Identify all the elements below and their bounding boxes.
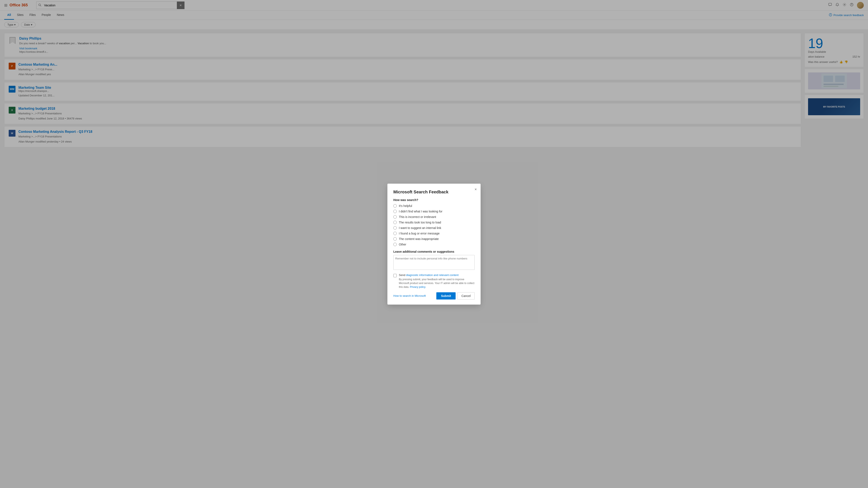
diagnostic-description: By pressing submit, your feedback will b… (399, 277, 475, 289)
diagnostic-link[interactable]: diagnostic information and relevant cont… (406, 273, 459, 277)
modal-buttons: Submit Cancel (436, 292, 475, 300)
diagnostic-row: Send diagnostic information and relevant… (393, 273, 475, 289)
radio-helpful[interactable] (393, 204, 397, 208)
modal-footer: How to search in Microsoft Submit Cancel (393, 292, 475, 300)
option-other[interactable]: Other (393, 243, 475, 246)
radio-inappropriate[interactable] (393, 237, 397, 241)
radio-incorrect[interactable] (393, 215, 397, 219)
how-to-search-link[interactable]: How to search in Microsoft (393, 294, 426, 297)
feedback-options-group: It's helpful I didn't find what I was lo… (393, 204, 475, 246)
diagnostic-checkbox[interactable] (393, 274, 397, 277)
how-was-search-heading: How was search? (393, 198, 475, 202)
modal-close-button[interactable]: × (474, 187, 477, 191)
comments-textarea[interactable] (393, 255, 475, 270)
modal-overlay[interactable]: × Microsoft Search Feedback How was sear… (0, 0, 868, 488)
comments-section: Leave additional comments or suggestions (393, 250, 475, 271)
option-incorrect[interactable]: This is incorrect or irrelevant (393, 215, 475, 219)
option-helpful[interactable]: It's helpful (393, 204, 475, 208)
feedback-modal: × Microsoft Search Feedback How was sear… (388, 184, 480, 305)
option-bug[interactable]: I found a bug or error message (393, 232, 475, 235)
modal-title: Microsoft Search Feedback (393, 189, 475, 194)
option-too-long[interactable]: The results took too long to load (393, 221, 475, 224)
submit-button[interactable]: Submit (436, 292, 456, 300)
option-suggest-link[interactable]: I want to suggest an internal link (393, 226, 475, 230)
radio-suggest-link[interactable] (393, 226, 397, 230)
cancel-button[interactable]: Cancel (457, 292, 475, 300)
privacy-policy-link[interactable]: Privacy policy. (410, 285, 426, 288)
radio-other[interactable] (393, 243, 397, 246)
option-didnt-find[interactable]: I didn't find what I was looking for (393, 210, 475, 213)
comments-label: Leave additional comments or suggestions (393, 250, 475, 253)
option-inappropriate[interactable]: The content was inappropriate (393, 237, 475, 241)
diagnostic-text: Send diagnostic information and relevant… (399, 273, 475, 277)
radio-too-long[interactable] (393, 221, 397, 224)
radio-didnt-find[interactable] (393, 210, 397, 213)
radio-bug[interactable] (393, 232, 397, 235)
